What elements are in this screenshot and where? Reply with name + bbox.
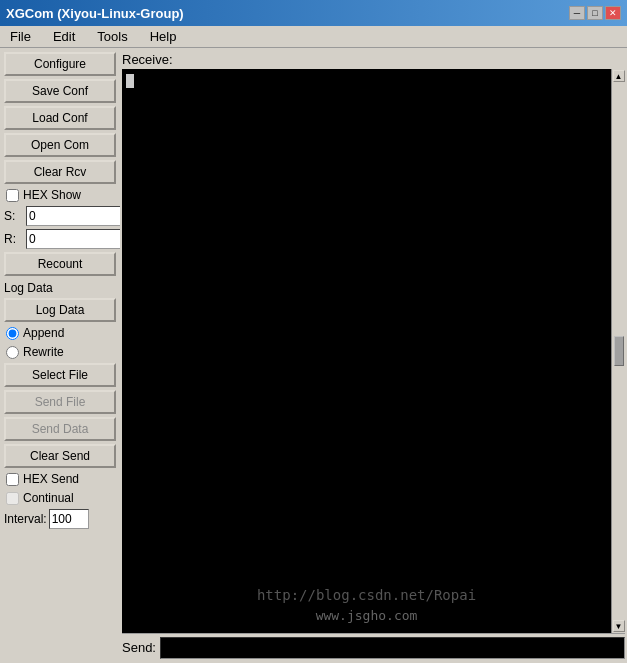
menu-tools[interactable]: Tools <box>91 28 133 45</box>
interval-row: Interval: <box>4 509 116 529</box>
receive-label: Receive: <box>122 50 625 69</box>
log-data-section-label: Log Data <box>4 279 116 295</box>
recount-button[interactable]: Recount <box>4 252 116 276</box>
minimize-button[interactable]: ─ <box>569 6 585 20</box>
s-row: S: <box>4 206 116 226</box>
clear-send-button[interactable]: Clear Send <box>4 444 116 468</box>
s-input[interactable] <box>26 206 120 226</box>
hex-send-checkbox[interactable] <box>6 473 19 486</box>
hex-show-row: HEX Show <box>4 187 116 203</box>
s-label: S: <box>4 209 24 223</box>
menu-file[interactable]: File <box>4 28 37 45</box>
select-file-button[interactable]: Select File <box>4 363 116 387</box>
configure-button[interactable]: Configure <box>4 52 116 76</box>
continual-row: Continual <box>4 490 116 506</box>
hex-show-label: HEX Show <box>23 188 81 202</box>
clear-rcv-button[interactable]: Clear Rcv <box>4 160 116 184</box>
send-data-button[interactable]: Send Data <box>4 417 116 441</box>
scroll-thumb[interactable] <box>614 336 624 366</box>
scrollbar[interactable]: ▲ ▼ <box>611 69 625 633</box>
maximize-button[interactable]: □ <box>587 6 603 20</box>
append-label: Append <box>23 326 64 340</box>
r-row: R: <box>4 229 116 249</box>
save-conf-button[interactable]: Save Conf <box>4 79 116 103</box>
scroll-down-arrow[interactable]: ▼ <box>613 620 625 632</box>
receive-area: http://blog.csdn.net/Ropai www.jsgho.com <box>122 69 611 633</box>
content-area: Receive: http://blog.csdn.net/Ropai www.… <box>120 48 627 663</box>
rewrite-radio[interactable] <box>6 346 19 359</box>
append-radio[interactable] <box>6 327 19 340</box>
main-layout: Configure Save Conf Load Conf Open Com C… <box>0 48 627 663</box>
r-label: R: <box>4 232 24 246</box>
interval-input[interactable] <box>49 509 89 529</box>
title-bar: XGCom (Xiyou-Linux-Group) ─ □ ✕ <box>0 0 627 26</box>
watermark-text: http://blog.csdn.net/Ropai <box>257 587 476 603</box>
menu-help[interactable]: Help <box>144 28 183 45</box>
rewrite-row: Rewrite <box>4 344 116 360</box>
rewrite-label: Rewrite <box>23 345 64 359</box>
watermark2-text: www.jsgho.com <box>316 608 418 623</box>
continual-checkbox[interactable] <box>6 492 19 505</box>
close-button[interactable]: ✕ <box>605 6 621 20</box>
send-label: Send: <box>122 640 156 655</box>
hex-show-checkbox[interactable] <box>6 189 19 202</box>
menu-edit[interactable]: Edit <box>47 28 81 45</box>
open-com-button[interactable]: Open Com <box>4 133 116 157</box>
load-conf-button[interactable]: Load Conf <box>4 106 116 130</box>
window-controls: ─ □ ✕ <box>569 6 621 20</box>
continual-label: Continual <box>23 491 74 505</box>
scroll-up-arrow[interactable]: ▲ <box>613 70 625 82</box>
cursor <box>126 74 134 88</box>
window-title: XGCom (Xiyou-Linux-Group) <box>6 6 184 21</box>
r-input[interactable] <box>26 229 120 249</box>
send-row: Send: <box>122 633 625 661</box>
hex-send-row: HEX Send <box>4 471 116 487</box>
append-row: Append <box>4 325 116 341</box>
interval-label: Interval: <box>4 512 47 526</box>
send-input[interactable] <box>160 637 625 659</box>
menu-bar: File Edit Tools Help <box>0 26 627 48</box>
send-file-button[interactable]: Send File <box>4 390 116 414</box>
hex-send-label: HEX Send <box>23 472 79 486</box>
log-data-button[interactable]: Log Data <box>4 298 116 322</box>
sidebar: Configure Save Conf Load Conf Open Com C… <box>0 48 120 663</box>
